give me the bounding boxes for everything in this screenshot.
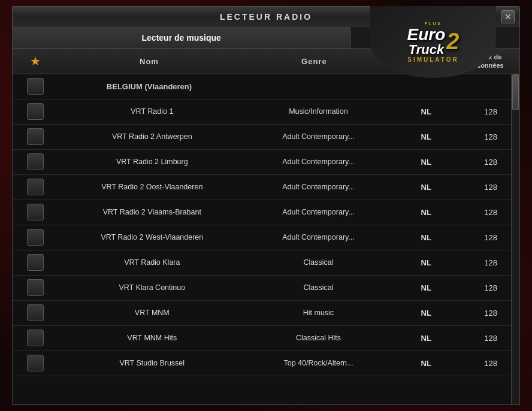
row-star-cell-6 (13, 252, 58, 273)
cell-genre-4: Adult Contemporary... (247, 208, 391, 216)
logo-euro-truck: Euro Truck (407, 26, 446, 56)
close-icon: ✕ (504, 12, 512, 22)
row-star-checkbox-8[interactable] (27, 304, 44, 321)
logo-content: FLUX Euro Truck 2 SIMULATOR (403, 16, 464, 68)
cell-nom-1: VRT Radio 2 Antwerpen (58, 130, 247, 143)
table-row[interactable]: VRT Klara Continuo Classical NL 128 (13, 276, 519, 301)
cell-langue-1: NL (390, 132, 462, 141)
cell-nom-3: VRT Radio 2 Oost-Vlaanderen (58, 180, 247, 194)
table-row[interactable]: VRT Radio 1 Music/Information NL 128 (13, 99, 519, 125)
cell-langue-6: NL (390, 258, 462, 267)
row-star-checkbox-10[interactable] (27, 355, 44, 371)
table-row[interactable]: VRT Radio 2 Vlaams-Brabant Adult Contemp… (13, 200, 519, 225)
tab-music-player[interactable]: Lecteur de musique (13, 27, 350, 49)
table-body: BELGIUM (Vlaanderen) VRT Radio 1 Music/I… (12, 74, 520, 405)
row-star-cell-1 (13, 126, 58, 147)
cell-nom-6: VRT Radio Klara (58, 256, 247, 269)
cell-genre-0: Music/Information (247, 107, 391, 116)
row-star-checkbox-5[interactable] (27, 229, 44, 246)
scrollbar-thumb[interactable] (512, 74, 519, 110)
cell-langue-10: NL (390, 359, 462, 368)
logo-euro-text: Euro (407, 26, 446, 43)
cell-genre-10: Top 40/Rock/Altern... (247, 359, 391, 367)
cell-genre-9: Classical Hits (247, 334, 391, 342)
row-star-checkbox-4[interactable] (27, 204, 44, 220)
cell-langue-2: NL (390, 158, 462, 167)
logo-simulator-text: SIMULATOR (407, 56, 460, 63)
table-row[interactable]: VRT Studio Brussel Top 40/Rock/Altern...… (13, 351, 519, 376)
row-star-cell-8 (13, 302, 58, 324)
table-row[interactable]: VRT Radio 2 Antwerpen Adult Contemporary… (13, 125, 519, 150)
cell-genre-1: Adult Contemporary... (247, 132, 391, 141)
cell-nom-9: VRT MNM Hits (58, 331, 247, 344)
cell-genre-2: Adult Contemporary... (247, 158, 391, 166)
row-star-checkbox-7[interactable] (27, 279, 44, 296)
section-header-row: BELGIUM (Vlaanderen) (13, 74, 519, 99)
row-star-cell-3 (13, 176, 58, 198)
cell-langue-5: NL (390, 233, 462, 242)
header-nom: Nom (58, 57, 241, 66)
row-star-cell-9 (13, 327, 58, 349)
table-row[interactable]: VRT Radio 2 West-Vlaanderen Adult Contem… (13, 225, 519, 250)
logo-main: Euro Truck 2 (407, 26, 460, 56)
row-star-cell-4 (13, 201, 58, 223)
row-star-checkbox-3[interactable] (27, 179, 44, 195)
section-star-checkbox[interactable] (27, 78, 44, 95)
cell-nom-10: VRT Studio Brussel (58, 356, 247, 370)
section-label: BELGIUM (Vlaanderen) (58, 82, 241, 91)
row-star-cell-2 (13, 151, 58, 173)
cell-nom-0: VRT Radio 1 (58, 105, 247, 118)
logo-area: FLUX Euro Truck 2 SIMULATOR (364, 6, 496, 60)
table-row[interactable]: VRT MNM Hit music NL 128 (13, 301, 519, 326)
row-star-cell-5 (13, 226, 58, 248)
table-row[interactable]: VRT Radio Klara Classical NL 128 (13, 250, 519, 276)
cell-genre-3: Adult Contemporary... (247, 183, 391, 191)
close-button[interactable]: ✕ (501, 10, 515, 23)
scrollbar[interactable] (511, 74, 519, 404)
cell-langue-0: NL (390, 107, 462, 116)
cell-langue-7: NL (390, 283, 462, 292)
window-title: LECTEUR RADIO (220, 12, 312, 22)
row-star-checkbox-2[interactable] (27, 153, 44, 170)
row-star-checkbox-0[interactable] (27, 103, 44, 120)
cell-genre-8: Hit music (247, 309, 391, 317)
cell-genre-7: Classical (247, 283, 391, 292)
row-star-checkbox-6[interactable] (27, 254, 44, 271)
table-row[interactable]: VRT Radio 2 Oost-Vlaanderen Adult Contem… (13, 175, 519, 200)
cell-genre-5: Adult Contemporary... (247, 233, 391, 241)
row-star-checkbox-9[interactable] (27, 330, 44, 346)
header-star: ★ (13, 54, 58, 68)
cell-langue-9: NL (390, 334, 462, 343)
cell-langue-4: NL (390, 208, 462, 217)
row-star-cell-0 (13, 101, 58, 122)
logo-background: FLUX Euro Truck 2 SIMULATOR (370, 6, 496, 78)
table-row[interactable]: VRT MNM Hits Classical Hits NL 128 (13, 326, 519, 351)
cell-nom-8: VRT MNM (58, 306, 247, 319)
cell-nom-4: VRT Radio 2 Vlaams-Brabant (58, 206, 247, 219)
row-star-cell-10 (13, 352, 58, 374)
cell-genre-6: Classical (247, 258, 391, 267)
table-row[interactable]: VRT Radio 2 Limburg Adult Contemporary..… (13, 150, 519, 175)
cell-nom-7: VRT Klara Continuo (58, 281, 247, 294)
cell-nom-2: VRT Radio 2 Limburg (58, 155, 247, 168)
section-star-cell (13, 75, 58, 97)
cell-langue-8: NL (390, 309, 462, 318)
row-star-checkbox-1[interactable] (27, 128, 44, 145)
logo-number: 2 (446, 30, 459, 53)
row-star-cell-7 (13, 277, 58, 298)
cell-nom-5: VRT Radio 2 West-Vlaanderen (58, 231, 247, 244)
table-rows-container: VRT Radio 1 Music/Information NL 128 VRT… (13, 99, 519, 376)
cell-langue-3: NL (390, 183, 462, 192)
logo-truck-text: Truck (407, 43, 446, 56)
